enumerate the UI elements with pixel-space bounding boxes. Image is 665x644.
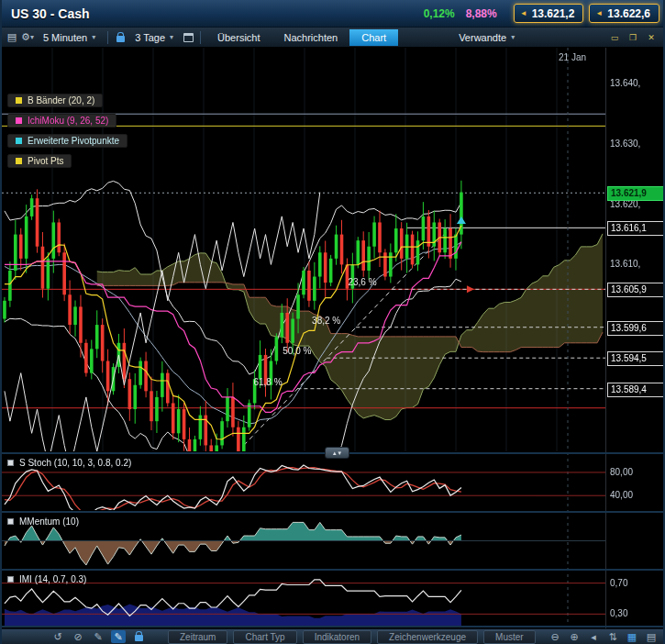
legend-item[interactable]: Pivot Pts [7,154,72,168]
lock-drawings-icon[interactable] [131,630,146,643]
calendar-icon[interactable] [181,29,195,46]
grid-alt-icon[interactable]: ▤ [644,630,659,643]
indicator-bullet-icon [7,576,14,583]
fib-level-badge: 13.605,9 [607,283,664,297]
axis-tick: 13.640, [610,78,640,88]
stoch-panel-title: S Stoch (10, 10, 3, 0.8, 0.2) [7,458,131,468]
fib-percent-label: 50,0 % [283,346,311,356]
secondary-percent: 8,88% [466,7,497,20]
legend-color-icon [16,158,22,164]
menu-button-zeichenwerkzeuge[interactable]: Zeichenwerkzeuge [377,630,478,644]
tab-übersicht[interactable]: Übersicht [205,29,272,46]
imi-level-label: 0,70 [610,578,627,588]
fib-level-badge: 13.589,4 [607,383,664,397]
gear-icon: ⚙ [21,31,30,43]
menu-button-muster[interactable]: Muster [483,630,536,644]
sell-arrow-icon: ◄ [520,9,527,17]
menu-button-zeitraum[interactable]: Zeitraum [168,630,227,644]
fib-percent-label: 38,2 % [312,316,340,326]
legend-item[interactable]: B Bänder (20, 2) [7,94,103,107]
fib-level-badge: 13.599,6 [607,321,664,336]
zoom-out-icon[interactable]: ⊖ [548,630,562,643]
legend-label: Erweiterte Pivotpunkte [28,136,119,146]
tab-chart[interactable]: Chart [349,29,398,46]
related-dropdown[interactable]: Verwandte ▾ [451,30,522,45]
legend-item[interactable]: Erweiterte Pivotpunkte [7,134,127,148]
buy-price-button[interactable]: ◄ 13.622,6 [589,4,659,23]
zoom-in-icon[interactable]: ⊕ [567,630,582,643]
close-icon[interactable]: ✕ [644,29,659,46]
toolbar-divider [200,31,201,44]
toolbar-divider [107,31,108,44]
imi-level-label: 0,30 [610,608,627,618]
indicator-bullet-icon [7,518,14,525]
fib-high-badge: 13.616,1 [607,221,664,236]
autoscale-icon[interactable]: ⇅ [605,630,620,643]
legend-label: Pivot Pts [28,156,63,166]
range-dropdown[interactable]: 3 Tage ▾ [127,30,181,45]
chart-area: 21 Jan B Bänder (20, 2)IchiMoku (9, 26, … [2,48,665,628]
date-label: 21 Jan [559,52,586,62]
sell-price-button[interactable]: ◄ 13.621,2 [514,4,584,23]
trading-app-window: US 30 - Cash 0,12% 8,88% ◄ 13.621,2 ◄ 13… [0,0,665,644]
change-percent: 0,12% [424,7,455,20]
disable-drawings-icon[interactable]: ⊘ [71,630,85,643]
current-price-badge: 13.621,9 [607,186,664,201]
buy-price-label: 13.622,6 [607,7,650,20]
view-tabs: ÜbersichtNachrichtenChart [205,29,398,46]
chart-menu-buttons: ZeitraumChart TypIndikatorenZeichenwerkz… [168,630,536,644]
popout-icon[interactable]: ❐ [626,29,640,46]
lock-icon[interactable] [113,29,127,46]
axis-tick: 13.610, [610,259,640,269]
arrow-down-icon: ▾ [338,450,342,457]
buy-arrow-icon: ◄ [595,9,603,17]
pane-resize-handle[interactable]: ▴ ▾ [325,447,349,459]
legend-label: B Bänder (20, 2) [28,95,94,105]
momentum-panel-title: MMentum (10) [7,516,79,527]
grid-layout-icon[interactable]: ▦ [625,630,639,643]
imi-panel-title: IMI (14, 0.7, 0.3) [7,574,86,584]
legend-color-icon [16,117,22,124]
scroll-left-icon[interactable]: ◂ [586,630,601,643]
interval-dropdown[interactable]: 5 Minuten ▾ [36,30,103,45]
fib-level-badge: 13.594,5 [607,351,664,366]
indicator-bullet-icon [7,460,14,466]
instrument-title: US 30 - Cash [11,6,90,21]
tab-nachrichten[interactable]: Nachrichten [272,29,350,46]
menu-button-indikatoren[interactable]: Indikatoren [303,630,371,644]
fib-percent-label: 23,6 % [348,277,376,287]
stoch-level-label: 80,00 [610,467,633,477]
legend-label: IchiMoku (9, 26, 52) [28,116,108,126]
sell-price-label: 13.621,2 [532,7,575,20]
arrow-up-icon: ▴ [333,450,337,457]
chevron-down-icon: ▾ [30,33,34,41]
fib-percent-label: 61,8 % [253,377,282,387]
stoch-level-label: 40,00 [610,490,633,500]
undo-icon[interactable]: ↺ [50,630,65,643]
minimize-icon[interactable]: ▭ [607,29,622,46]
draw-mode-icon[interactable]: ✎ [111,630,126,643]
settings-button[interactable]: ⚙▾ [19,29,36,46]
bottom-toolbar: ↺ ⊘ ✎ ✎ ZeitraumChart TypIndikatorenZeic… [2,628,663,644]
chart-toolbar: ▤ ⚙▾ 5 Minuten ▾ 3 Tage ▾ ÜbersichtNachr… [2,28,663,48]
menu-button-chart-typ[interactable]: Chart Typ [233,630,296,644]
instrument-header: US 30 - Cash 0,12% 8,88% ◄ 13.621,2 ◄ 13… [2,0,663,28]
legend-item[interactable]: IchiMoku (9, 26, 52) [7,114,116,128]
chevron-down-icon: ▾ [92,33,95,41]
range-label: 3 Tage [135,32,165,43]
related-label: Verwandte [459,32,506,43]
chevron-down-icon: ▾ [511,33,515,41]
axis-tick: 13.630, [610,139,640,149]
legend-color-icon [16,97,22,104]
edit-drawing-icon[interactable]: ✎ [91,630,105,643]
layout-list-icon[interactable]: ▤ [5,29,19,46]
chevron-down-icon: ▾ [170,33,173,41]
legend-color-icon [16,138,22,144]
interval-label: 5 Minuten [43,32,87,43]
indicator-legend: B Bänder (20, 2)IchiMoku (9, 26, 52)Erwe… [7,94,127,168]
